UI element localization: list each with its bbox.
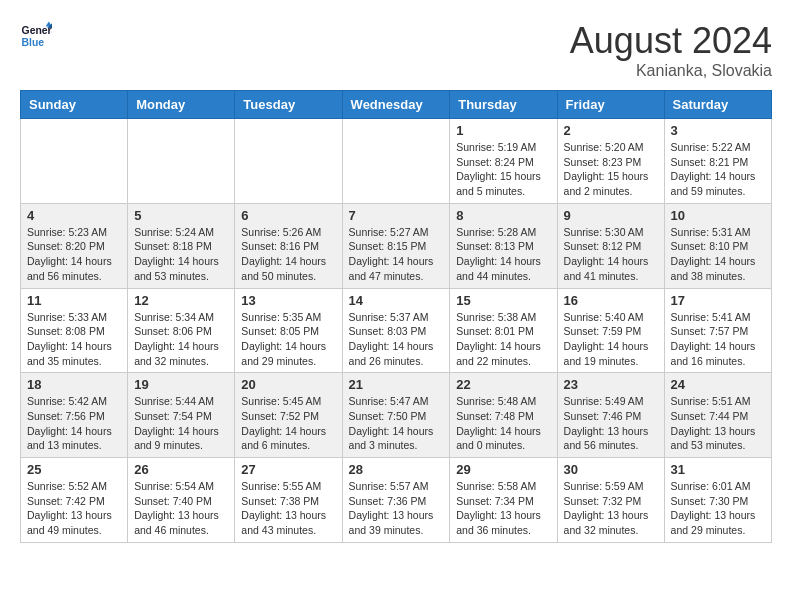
calendar-cell: 16Sunrise: 5:40 AM Sunset: 7:59 PM Dayli… [557,288,664,373]
col-header-tuesday: Tuesday [235,91,342,119]
day-number: 11 [27,293,121,308]
day-number: 6 [241,208,335,223]
calendar-week-1: 1Sunrise: 5:19 AM Sunset: 8:24 PM Daylig… [21,119,772,204]
day-info: Sunrise: 5:33 AM Sunset: 8:08 PM Dayligh… [27,310,121,369]
calendar-cell: 27Sunrise: 5:55 AM Sunset: 7:38 PM Dayli… [235,458,342,543]
calendar-cell: 12Sunrise: 5:34 AM Sunset: 8:06 PM Dayli… [128,288,235,373]
calendar-cell: 31Sunrise: 6:01 AM Sunset: 7:30 PM Dayli… [664,458,771,543]
day-info: Sunrise: 5:20 AM Sunset: 8:23 PM Dayligh… [564,140,658,199]
location: Kanianka, Slovakia [570,62,772,80]
day-info: Sunrise: 5:40 AM Sunset: 7:59 PM Dayligh… [564,310,658,369]
calendar-cell: 4Sunrise: 5:23 AM Sunset: 8:20 PM Daylig… [21,203,128,288]
day-number: 25 [27,462,121,477]
calendar-cell: 30Sunrise: 5:59 AM Sunset: 7:32 PM Dayli… [557,458,664,543]
day-number: 10 [671,208,765,223]
day-info: Sunrise: 5:59 AM Sunset: 7:32 PM Dayligh… [564,479,658,538]
calendar-cell: 2Sunrise: 5:20 AM Sunset: 8:23 PM Daylig… [557,119,664,204]
day-number: 29 [456,462,550,477]
calendar-week-2: 4Sunrise: 5:23 AM Sunset: 8:20 PM Daylig… [21,203,772,288]
svg-text:Blue: Blue [22,37,45,48]
day-number: 27 [241,462,335,477]
calendar-table: SundayMondayTuesdayWednesdayThursdayFrid… [20,90,772,543]
calendar-week-5: 25Sunrise: 5:52 AM Sunset: 7:42 PM Dayli… [21,458,772,543]
calendar-cell: 22Sunrise: 5:48 AM Sunset: 7:48 PM Dayli… [450,373,557,458]
col-header-saturday: Saturday [664,91,771,119]
day-number: 16 [564,293,658,308]
day-info: Sunrise: 5:47 AM Sunset: 7:50 PM Dayligh… [349,394,444,453]
day-info: Sunrise: 5:45 AM Sunset: 7:52 PM Dayligh… [241,394,335,453]
day-number: 2 [564,123,658,138]
col-header-sunday: Sunday [21,91,128,119]
calendar-cell: 29Sunrise: 5:58 AM Sunset: 7:34 PM Dayli… [450,458,557,543]
calendar-cell: 23Sunrise: 5:49 AM Sunset: 7:46 PM Dayli… [557,373,664,458]
day-info: Sunrise: 5:30 AM Sunset: 8:12 PM Dayligh… [564,225,658,284]
title-block: August 2024 Kanianka, Slovakia [570,20,772,80]
calendar-cell: 14Sunrise: 5:37 AM Sunset: 8:03 PM Dayli… [342,288,450,373]
day-number: 18 [27,377,121,392]
calendar-cell: 9Sunrise: 5:30 AM Sunset: 8:12 PM Daylig… [557,203,664,288]
day-number: 4 [27,208,121,223]
calendar-cell: 28Sunrise: 5:57 AM Sunset: 7:36 PM Dayli… [342,458,450,543]
day-info: Sunrise: 5:35 AM Sunset: 8:05 PM Dayligh… [241,310,335,369]
page-header: General Blue August 2024 Kanianka, Slova… [20,20,772,80]
day-number: 3 [671,123,765,138]
day-number: 17 [671,293,765,308]
day-number: 19 [134,377,228,392]
day-info: Sunrise: 5:19 AM Sunset: 8:24 PM Dayligh… [456,140,550,199]
day-info: Sunrise: 5:34 AM Sunset: 8:06 PM Dayligh… [134,310,228,369]
calendar-cell: 6Sunrise: 5:26 AM Sunset: 8:16 PM Daylig… [235,203,342,288]
day-number: 24 [671,377,765,392]
calendar-cell: 19Sunrise: 5:44 AM Sunset: 7:54 PM Dayli… [128,373,235,458]
calendar-cell: 10Sunrise: 5:31 AM Sunset: 8:10 PM Dayli… [664,203,771,288]
day-info: Sunrise: 5:31 AM Sunset: 8:10 PM Dayligh… [671,225,765,284]
day-info: Sunrise: 5:57 AM Sunset: 7:36 PM Dayligh… [349,479,444,538]
day-info: Sunrise: 5:49 AM Sunset: 7:46 PM Dayligh… [564,394,658,453]
day-number: 8 [456,208,550,223]
calendar-cell: 15Sunrise: 5:38 AM Sunset: 8:01 PM Dayli… [450,288,557,373]
day-info: Sunrise: 6:01 AM Sunset: 7:30 PM Dayligh… [671,479,765,538]
calendar-cell: 13Sunrise: 5:35 AM Sunset: 8:05 PM Dayli… [235,288,342,373]
day-number: 20 [241,377,335,392]
calendar-header-row: SundayMondayTuesdayWednesdayThursdayFrid… [21,91,772,119]
day-info: Sunrise: 5:23 AM Sunset: 8:20 PM Dayligh… [27,225,121,284]
day-info: Sunrise: 5:54 AM Sunset: 7:40 PM Dayligh… [134,479,228,538]
day-info: Sunrise: 5:44 AM Sunset: 7:54 PM Dayligh… [134,394,228,453]
month-year: August 2024 [570,20,772,62]
calendar-cell: 25Sunrise: 5:52 AM Sunset: 7:42 PM Dayli… [21,458,128,543]
calendar-cell: 1Sunrise: 5:19 AM Sunset: 8:24 PM Daylig… [450,119,557,204]
calendar-cell: 7Sunrise: 5:27 AM Sunset: 8:15 PM Daylig… [342,203,450,288]
logo-icon: General Blue [20,20,52,52]
day-info: Sunrise: 5:37 AM Sunset: 8:03 PM Dayligh… [349,310,444,369]
calendar-cell [235,119,342,204]
day-number: 12 [134,293,228,308]
calendar-cell [342,119,450,204]
calendar-cell: 20Sunrise: 5:45 AM Sunset: 7:52 PM Dayli… [235,373,342,458]
day-info: Sunrise: 5:58 AM Sunset: 7:34 PM Dayligh… [456,479,550,538]
day-info: Sunrise: 5:52 AM Sunset: 7:42 PM Dayligh… [27,479,121,538]
day-number: 5 [134,208,228,223]
day-number: 13 [241,293,335,308]
day-info: Sunrise: 5:26 AM Sunset: 8:16 PM Dayligh… [241,225,335,284]
calendar-cell: 11Sunrise: 5:33 AM Sunset: 8:08 PM Dayli… [21,288,128,373]
col-header-thursday: Thursday [450,91,557,119]
calendar-cell: 3Sunrise: 5:22 AM Sunset: 8:21 PM Daylig… [664,119,771,204]
day-number: 1 [456,123,550,138]
calendar-cell: 5Sunrise: 5:24 AM Sunset: 8:18 PM Daylig… [128,203,235,288]
day-number: 28 [349,462,444,477]
day-number: 22 [456,377,550,392]
day-number: 7 [349,208,444,223]
day-number: 15 [456,293,550,308]
calendar-cell: 24Sunrise: 5:51 AM Sunset: 7:44 PM Dayli… [664,373,771,458]
day-number: 30 [564,462,658,477]
day-info: Sunrise: 5:24 AM Sunset: 8:18 PM Dayligh… [134,225,228,284]
calendar-cell: 17Sunrise: 5:41 AM Sunset: 7:57 PM Dayli… [664,288,771,373]
day-info: Sunrise: 5:27 AM Sunset: 8:15 PM Dayligh… [349,225,444,284]
day-number: 9 [564,208,658,223]
calendar-week-3: 11Sunrise: 5:33 AM Sunset: 8:08 PM Dayli… [21,288,772,373]
col-header-wednesday: Wednesday [342,91,450,119]
col-header-monday: Monday [128,91,235,119]
calendar-cell [21,119,128,204]
calendar-cell: 21Sunrise: 5:47 AM Sunset: 7:50 PM Dayli… [342,373,450,458]
day-number: 14 [349,293,444,308]
calendar-cell: 26Sunrise: 5:54 AM Sunset: 7:40 PM Dayli… [128,458,235,543]
